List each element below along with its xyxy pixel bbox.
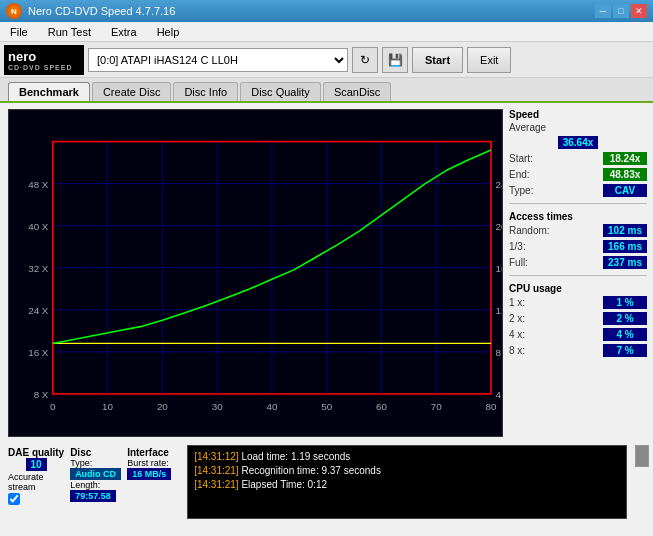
end-stat: End: 48.83x <box>509 168 647 181</box>
svg-text:30: 30 <box>212 401 223 412</box>
cpu-2x-value: 2 % <box>603 312 647 325</box>
svg-text:16: 16 <box>495 263 502 274</box>
random-label: Random: <box>509 225 550 236</box>
menu-file[interactable]: File <box>4 24 34 40</box>
start-button[interactable]: Start <box>412 47 463 73</box>
chart-area: 8 X 16 X 24 X 32 X 40 X 48 X 4 8 12 16 2… <box>8 109 503 437</box>
cpu-4x-label: 4 x: <box>509 329 525 340</box>
log-entry-0: [14:31:12] Load time: 1.19 seconds <box>194 450 620 464</box>
svg-text:8: 8 <box>495 347 500 358</box>
accurate-label: Accuratestream <box>8 472 64 492</box>
svg-text:40 X: 40 X <box>28 221 49 232</box>
refresh-button[interactable]: ↻ <box>352 47 378 73</box>
window-title: Nero CD-DVD Speed 4.7.7.16 <box>28 5 175 17</box>
svg-text:24 X: 24 X <box>28 305 49 316</box>
tab-create-disc[interactable]: Create Disc <box>92 82 171 101</box>
disc-title: Disc <box>70 447 121 458</box>
access-section-title: Access times <box>509 211 647 222</box>
disc-length-label: Length: <box>70 480 121 490</box>
log-time-1: [14:31:21] <box>194 465 238 476</box>
main-content: 8 X 16 X 24 X 32 X 40 X 48 X 4 8 12 16 2… <box>0 103 653 443</box>
start-value: 18.24x <box>603 152 647 165</box>
cpu-1x-value: 1 % <box>603 296 647 309</box>
disc-type-value: Audio CD <box>70 468 121 480</box>
onethird-stat: 1/3: 166 ms <box>509 240 647 253</box>
svg-rect-0 <box>9 110 502 436</box>
tab-scan-disc[interactable]: ScanDisc <box>323 82 391 101</box>
cpu-8x-label: 8 x: <box>509 345 525 356</box>
save-button[interactable]: 💾 <box>382 47 408 73</box>
onethird-label: 1/3: <box>509 241 526 252</box>
full-value: 237 ms <box>603 256 647 269</box>
dae-value: 10 <box>26 458 47 471</box>
drive-select[interactable]: [0:0] ATAPI iHAS124 C LL0H <box>88 48 348 72</box>
cpu-1x-label: 1 x: <box>509 297 525 308</box>
disc-section: Disc Type: Audio CD Length: 79:57.58 <box>70 445 121 507</box>
exit-button[interactable]: Exit <box>467 47 511 73</box>
full-label: Full: <box>509 257 528 268</box>
average-value: 36.64x <box>558 136 599 149</box>
svg-text:8 X: 8 X <box>34 389 49 400</box>
type-stat: Type: CAV <box>509 184 647 197</box>
svg-text:0: 0 <box>50 401 55 412</box>
svg-text:48 X: 48 X <box>28 179 49 190</box>
log-msg-2: Elapsed Time: 0:12 <box>241 479 327 490</box>
cpu-2x-stat: 2 x: 2 % <box>509 312 647 325</box>
log-scrollbar[interactable] <box>635 445 649 467</box>
onethird-value: 166 ms <box>603 240 647 253</box>
random-value: 102 ms <box>603 224 647 237</box>
cpu-4x-stat: 4 x: 4 % <box>509 328 647 341</box>
log-time-2: [14:31:21] <box>194 479 238 490</box>
average-stat: Average <box>509 122 647 133</box>
svg-text:50: 50 <box>321 401 332 412</box>
burst-value: 16 MB/s <box>127 468 171 480</box>
disc-type-label: Type: <box>70 458 121 468</box>
tab-benchmark[interactable]: Benchmark <box>8 82 90 101</box>
menu-run-test[interactable]: Run Test <box>42 24 97 40</box>
cpu-8x-stat: 8 x: 7 % <box>509 344 647 357</box>
menu-bar: File Run Test Extra Help <box>0 22 653 42</box>
chart-svg: 8 X 16 X 24 X 32 X 40 X 48 X 4 8 12 16 2… <box>9 110 502 436</box>
cpu-8x-value: 7 % <box>603 344 647 357</box>
svg-text:80: 80 <box>486 401 497 412</box>
end-value: 48.83x <box>603 168 647 181</box>
svg-text:12: 12 <box>495 305 502 316</box>
average-label: Average <box>509 122 546 133</box>
interface-title: Interface <box>127 447 171 458</box>
accurate-stream-checkbox[interactable] <box>8 493 20 505</box>
minimize-button[interactable]: ─ <box>595 4 611 18</box>
random-stat: Random: 102 ms <box>509 224 647 237</box>
svg-text:20: 20 <box>495 221 502 232</box>
end-label: End: <box>509 169 530 180</box>
menu-extra[interactable]: Extra <box>105 24 143 40</box>
menu-help[interactable]: Help <box>151 24 186 40</box>
tab-disc-quality[interactable]: Disc Quality <box>240 82 321 101</box>
app-icon: N <box>6 3 22 19</box>
log-msg-0: Load time: 1.19 seconds <box>241 451 350 462</box>
cpu-2x-label: 2 x: <box>509 313 525 324</box>
dae-title: DAE quality <box>8 447 64 458</box>
cpu-4x-value: 4 % <box>603 328 647 341</box>
title-bar: N Nero CD-DVD Speed 4.7.7.16 ─ □ ✕ <box>0 0 653 22</box>
log-entry-1: [14:31:21] Recognition time: 9.37 second… <box>194 464 620 478</box>
tab-disc-info[interactable]: Disc Info <box>173 82 238 101</box>
svg-text:70: 70 <box>431 401 442 412</box>
log-time-0: [14:31:12] <box>194 451 238 462</box>
log-area: [14:31:12] Load time: 1.19 seconds [14:3… <box>187 445 627 519</box>
window-controls: ─ □ ✕ <box>595 4 647 18</box>
svg-text:40: 40 <box>266 401 277 412</box>
stats-panel: Speed Average 36.64x Start: 18.24x End: … <box>503 103 653 443</box>
svg-text:24: 24 <box>495 179 502 190</box>
svg-text:60: 60 <box>376 401 387 412</box>
log-msg-1: Recognition time: 9.37 seconds <box>241 465 381 476</box>
burst-label: Burst rate: <box>127 458 171 468</box>
toolbar: nero CD·DVD SPEED [0:0] ATAPI iHAS124 C … <box>0 42 653 78</box>
type-value: CAV <box>603 184 647 197</box>
maximize-button[interactable]: □ <box>613 4 629 18</box>
close-button[interactable]: ✕ <box>631 4 647 18</box>
log-entry-2: [14:31:21] Elapsed Time: 0:12 <box>194 478 620 492</box>
dae-section: DAE quality 10 Accuratestream <box>8 445 64 507</box>
cpu-section-title: CPU usage <box>509 283 647 294</box>
svg-text:16 X: 16 X <box>28 347 49 358</box>
cpu-1x-stat: 1 x: 1 % <box>509 296 647 309</box>
